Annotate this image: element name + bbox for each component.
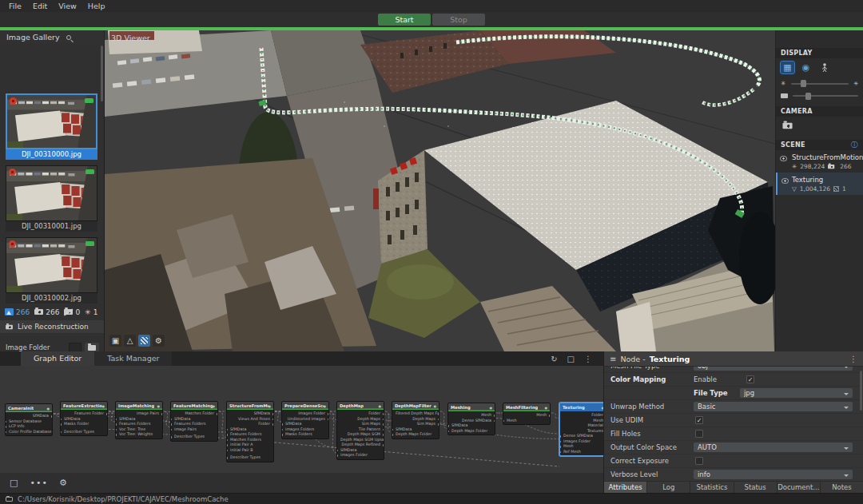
more-icon[interactable]: ⋮ (584, 355, 592, 363)
tab-statistics[interactable]: Statistics (690, 481, 734, 493)
menu-edit[interactable]: Edit (27, 2, 53, 10)
menu-view[interactable]: View (53, 2, 82, 10)
camera-view-button[interactable] (781, 120, 794, 132)
graph-node-header[interactable]: MeshFiltering● (503, 403, 550, 411)
gallery-scrollbar[interactable] (101, 46, 103, 101)
viewer-settings-icon[interactable]: ⚙ (153, 335, 165, 347)
graph-node-featureextraction[interactable]: FeatureExtraction●Features FolderSfMData… (60, 401, 108, 436)
graph-node-structurefrommotion[interactable]: StructureFromMotion●SfMDataViews And Pos… (226, 401, 274, 462)
image-folder-field[interactable] (69, 343, 82, 351)
show-origin-button[interactable] (817, 62, 831, 73)
textured-icon[interactable] (138, 335, 150, 347)
graph-node-header[interactable]: CameraInit● (6, 404, 52, 412)
attr-dropdown[interactable]: AUTO (694, 442, 853, 452)
tab-log[interactable]: Log (647, 481, 690, 493)
node-input-port[interactable]: Depth Maps Folder (448, 429, 495, 435)
attr-dropdown[interactable]: jpg (740, 388, 853, 398)
node-input-port[interactable]: Depth Maps Folder (392, 432, 439, 438)
tab-notes[interactable]: Notes (821, 481, 863, 493)
attr-checkbox[interactable] (695, 430, 703, 438)
thumbnail-image[interactable] (6, 237, 97, 293)
tab-task-manager[interactable]: Task Manager (94, 351, 172, 366)
thumbnail-image[interactable] (6, 165, 97, 221)
graph-node-header[interactable]: PrepareDenseScene● (282, 402, 328, 410)
scene-item-structurefrommotion[interactable]: StructureFromMotion✳298,224266 (776, 150, 863, 173)
viewer-canvas[interactable] (105, 30, 775, 351)
graph-node-meshing[interactable]: Meshing●MeshDense SfMDataSfMDataDepth Ma… (447, 403, 495, 435)
camera-section-header[interactable]: CAMERA (776, 106, 863, 117)
graph-node-header[interactable]: Texturing● (560, 403, 603, 411)
scene-section-header[interactable]: SCENEⓘ (776, 140, 863, 150)
point-size-slider[interactable] (791, 83, 849, 85)
slider-knob[interactable] (801, 80, 806, 87)
more-options-icon[interactable]: ••• (30, 478, 47, 488)
count-images-icon[interactable]: 266 (5, 308, 30, 316)
node-input-port[interactable]: Ref Mesh (560, 450, 603, 455)
node-input-port[interactable]: Initial Pair B (227, 448, 273, 454)
attributes-menu-icon[interactable]: ⋮ (849, 355, 857, 363)
node-param-port[interactable]: Describer Types (61, 430, 107, 435)
node-input-port[interactable]: Image Pairs (171, 427, 217, 433)
viewer-3d-panel[interactable]: 3D Viewer (105, 30, 775, 351)
solid-icon[interactable]: △ (124, 335, 136, 347)
slider-knob[interactable] (805, 93, 811, 100)
browse-folder-button[interactable] (85, 343, 99, 352)
camera-scale-slider[interactable] (793, 95, 858, 97)
node-input-port[interactable]: Images Folder (337, 453, 384, 458)
thumbnail-image[interactable] (6, 93, 97, 149)
count-intrinsics-icon[interactable]: ✳1 (85, 308, 97, 316)
graph-node-depthmapfilter[interactable]: DepthMapFilter●Filtered Depth Maps Folde… (392, 401, 439, 439)
show-gizmo-button[interactable]: ◉ (799, 62, 813, 73)
graph-node-featurematching[interactable]: FeatureMatching●Matches FolderSfMDataFea… (170, 401, 218, 442)
menu-file[interactable]: File (3, 2, 27, 10)
attr-dropdown[interactable]: info (694, 470, 853, 479)
frame-all-icon[interactable]: □ (567, 355, 575, 363)
attr-checkbox[interactable]: ✓ (746, 375, 754, 383)
graph-node-camerainit[interactable]: CameraInit●SfMDataSensor DatabaseLCP Inf… (5, 403, 53, 436)
graph-settings-icon[interactable]: ⚙ (59, 478, 68, 488)
node-input-port[interactable]: Masks Folders (282, 432, 328, 438)
tab-graph-editor[interactable]: Graph Editor (21, 351, 94, 366)
graph-node-header[interactable]: Meshing● (448, 403, 495, 411)
visibility-eye-icon[interactable] (781, 178, 789, 184)
attributes-scrollbar[interactable] (860, 371, 862, 411)
count-cameras-icon[interactable]: 266 (34, 308, 59, 316)
gallery-thumb[interactable]: DJI_00310001.jpg (6, 165, 97, 232)
visibility-eye-icon[interactable] (780, 156, 787, 161)
tab-status[interactable]: Status (734, 481, 777, 493)
graph-node-header[interactable]: FeatureMatching● (171, 402, 217, 410)
graph-node-depthmap[interactable]: DepthMap●FolderDepth MapsSim MapsTile Pa… (336, 401, 384, 460)
live-reconstruction-header[interactable]: Live Reconstruction (0, 320, 105, 333)
graph-node-header[interactable]: FeatureExtraction● (61, 402, 107, 410)
graph-node-texturing[interactable]: Texturing●FolderMeshMaterialTexturesDens… (559, 403, 603, 456)
attr-checkbox[interactable] (695, 457, 703, 465)
scene-item-texturing[interactable]: Texturing▽1,004,1261 (776, 173, 863, 195)
node-param-port[interactable]: Describer Types (171, 435, 217, 440)
graph-node-preparedensescene[interactable]: PrepareDenseScene●Images FolderUndistort… (281, 401, 329, 439)
graph-node-header[interactable]: ImageMatching● (116, 402, 162, 410)
graph-node-header[interactable]: DepthMapFilter● (392, 402, 439, 410)
tab-document-[interactable]: Document... (777, 481, 821, 493)
search-icon[interactable] (66, 35, 71, 40)
gallery-thumb[interactable]: DJI_00310000.jpg (6, 93, 97, 160)
graph-node-header[interactable]: DepthMap● (337, 402, 384, 410)
menu-help[interactable]: Help (82, 2, 111, 10)
node-input-port[interactable]: Color Profile Database (6, 430, 52, 435)
stop-button[interactable]: Stop (432, 14, 485, 26)
show-grid-button[interactable]: ▦ (781, 62, 794, 73)
info-icon[interactable]: ⓘ (851, 140, 858, 150)
count-cameras-off-icon[interactable]: 0 (64, 308, 80, 316)
fit-view-icon[interactable]: □ (10, 478, 18, 488)
tab-attributes[interactable]: Attributes (604, 481, 647, 493)
start-button[interactable]: Start (378, 14, 431, 26)
gallery-thumb[interactable]: DJI_00310002.jpg (6, 237, 97, 304)
graph-node-imagematching[interactable]: ImageMatching●Image PairsSfMDataFeatures… (115, 401, 163, 439)
graph-node-header[interactable]: StructureFromMotion● (227, 402, 273, 410)
node-input-port[interactable]: Voc Tree: Weights (116, 432, 162, 438)
node-input-port[interactable]: Mesh (503, 419, 550, 424)
graph-node-meshfiltering[interactable]: MeshFiltering●MeshMesh (503, 403, 551, 425)
node-param-port[interactable]: Describer Types (227, 455, 273, 461)
display-section-header[interactable]: DISPLAY (776, 48, 863, 58)
attr-dropdown[interactable]: Basic (694, 402, 853, 411)
refresh-icon[interactable]: ↻ (551, 355, 557, 363)
